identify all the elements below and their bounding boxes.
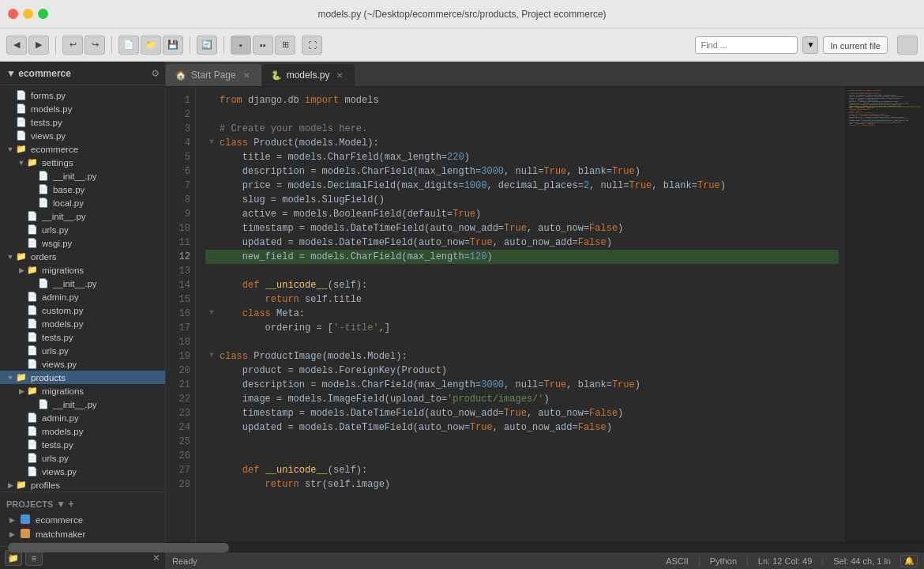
window-controls[interactable] <box>8 9 48 19</box>
close-button[interactable] <box>8 9 18 19</box>
projects-add-button[interactable]: ▼ + <box>56 499 73 510</box>
tree-item[interactable]: 📄urls.py <box>0 451 165 465</box>
token: ) <box>635 379 640 390</box>
open-file-button[interactable]: 📄 <box>118 36 139 55</box>
language-label[interactable]: Python <box>710 556 737 566</box>
tree-item-label: wsgi.py <box>42 239 165 248</box>
token: ) <box>475 209 481 220</box>
gear-icon[interactable]: ⚙ <box>152 66 159 80</box>
tree-item[interactable]: 📄views.py <box>0 465 165 478</box>
code-editor[interactable]: 1234567891011121314151617181920212223242… <box>166 87 845 542</box>
tab-models-py-close[interactable]: ✕ <box>334 70 345 81</box>
tree-item[interactable]: ▼📁products <box>0 371 165 384</box>
tree-item[interactable]: 📄custom.py <box>0 303 165 317</box>
token: image = models.ImageField(upload_to= <box>220 394 447 405</box>
layout-1-button[interactable]: ▪ <box>231 36 251 55</box>
code-content[interactable]: from django.db import models # Create yo… <box>196 87 845 542</box>
code-text: def __unicode__(self): <box>220 278 839 292</box>
tree-item[interactable]: 📄models.py <box>0 317 165 330</box>
horizontal-scrollbar[interactable] <box>166 542 924 552</box>
main-area: ▼ ecommerce ⚙ 📄forms.py📄models.py📄tests.… <box>0 62 924 569</box>
code-text: class ProductImage(models.Model): <box>220 349 839 364</box>
token: updated = models.DateTimeField(auto_now= <box>220 237 470 248</box>
tree-item[interactable]: 📄models.py <box>0 102 165 115</box>
layout-3-button[interactable]: ⊞ <box>275 36 295 55</box>
tree-item[interactable]: 📄forms.py <box>0 89 165 102</box>
token: timestamp = models.DateTimeField(auto_no… <box>220 223 504 234</box>
window-title: models.py (~/Desktop/ecommerce/src/produ… <box>317 9 606 20</box>
token: True <box>504 408 527 419</box>
project-item[interactable]: ▶ecommerce <box>0 513 165 527</box>
sidebar-list-button[interactable]: ≡ <box>25 550 43 566</box>
tree-item[interactable]: ▼📁settings <box>0 156 165 169</box>
tree-item[interactable]: 📄views.py <box>0 357 165 371</box>
token: True <box>470 422 493 433</box>
right-sidebar-toggle[interactable]: ☰ <box>897 36 918 55</box>
sidebar: ▼ ecommerce ⚙ 📄forms.py📄models.py📄tests.… <box>0 62 166 569</box>
forward-button[interactable]: ▶ <box>28 36 49 55</box>
toolbar-separator-3 <box>190 36 190 54</box>
tree-item[interactable]: ▼📁ecommerce <box>0 142 165 156</box>
encoding-label[interactable]: ASCII <box>666 556 689 566</box>
fold-button[interactable]: ▼ <box>205 307 218 318</box>
tree-item[interactable]: ▼📁orders <box>0 250 165 263</box>
line-info: Ln: 12 Col: 49 <box>758 556 813 566</box>
tree-item-label: migrations <box>42 266 165 275</box>
tree-item[interactable]: 📄__init__.py <box>0 169 165 183</box>
search-input[interactable] <box>695 36 798 54</box>
code-line: ▼class Product(models.Model): <box>205 136 839 150</box>
file-icon: 📄 <box>27 345 39 356</box>
notifications-button[interactable]: 🔔 <box>900 555 918 567</box>
token: 1000 <box>464 180 487 191</box>
code-text: active = models.BooleanField(default=Tru… <box>220 207 839 221</box>
layout-2-button[interactable]: ▪▪ <box>253 36 273 55</box>
tree-item[interactable]: 📄tests.py <box>0 115 165 129</box>
sidebar-folder-button[interactable]: 📁 <box>5 550 22 566</box>
tree-item[interactable]: 📄__init__.py <box>0 209 165 223</box>
search-arrow-button[interactable]: ▼ <box>802 36 818 54</box>
tree-item[interactable]: 📄admin.py <box>0 411 165 424</box>
tab-start-page[interactable]: 🏠 Start Page ✕ <box>166 64 261 86</box>
save-button[interactable]: 💾 <box>163 36 183 55</box>
line-number: 12 <box>172 250 190 264</box>
project-item[interactable]: ▶matchmaker <box>0 527 165 541</box>
tree-item[interactable]: 📄urls.py <box>0 223 165 236</box>
minimize-button[interactable] <box>23 9 33 19</box>
tree-item[interactable]: 📄base.py <box>0 183 165 196</box>
token: True <box>629 180 652 191</box>
tree-item[interactable]: 📄local.py <box>0 196 165 209</box>
back-button[interactable]: ◀ <box>6 36 27 55</box>
tree-item[interactable]: ▶📁migrations <box>0 384 165 398</box>
tree-item[interactable]: 📄wsgi.py <box>0 236 165 250</box>
tree-item[interactable]: 📄__init__.py <box>0 277 165 290</box>
token <box>220 479 265 490</box>
maximize-button[interactable] <box>38 9 48 19</box>
tab-models-py[interactable]: 🐍 models.py ✕ <box>261 64 355 86</box>
open-folder-button[interactable]: 📁 <box>141 36 161 55</box>
fold-button[interactable]: ▼ <box>205 136 218 148</box>
token: __unicode__ <box>265 280 328 291</box>
fullscreen-button[interactable]: ⛶ <box>302 36 322 55</box>
tree-item[interactable]: 📄__init__.py <box>0 398 165 411</box>
file-icon: 📄 <box>38 198 51 208</box>
tree-item[interactable]: ▶📁profiles <box>0 478 165 492</box>
tree-item-label: products <box>31 373 165 382</box>
token: False <box>578 422 607 433</box>
tree-item[interactable]: 📄views.py <box>0 129 165 142</box>
file-icon: 📄 <box>27 466 39 477</box>
tree-item[interactable]: 📄admin.py <box>0 290 165 303</box>
tree-item[interactable]: 📄tests.py <box>0 330 165 344</box>
tree-item[interactable]: 📄urls.py <box>0 344 165 357</box>
tab-start-page-close[interactable]: ✕ <box>241 70 252 81</box>
redo-button[interactable]: ↪ <box>85 36 105 55</box>
sync-button[interactable]: 🔄 <box>197 36 217 55</box>
tree-item[interactable]: 📄models.py <box>0 424 165 438</box>
sidebar-close-button[interactable]: ✕ <box>152 552 160 563</box>
undo-button[interactable]: ↩ <box>62 36 83 55</box>
tree-item[interactable]: 📄tests.py <box>0 438 165 451</box>
fold-button[interactable]: ▼ <box>205 349 218 361</box>
token <box>220 465 242 476</box>
scrollbar-thumb[interactable] <box>166 543 229 552</box>
tree-item[interactable]: ▶📁migrations <box>0 263 165 277</box>
file-icon: 📄 <box>27 332 39 342</box>
